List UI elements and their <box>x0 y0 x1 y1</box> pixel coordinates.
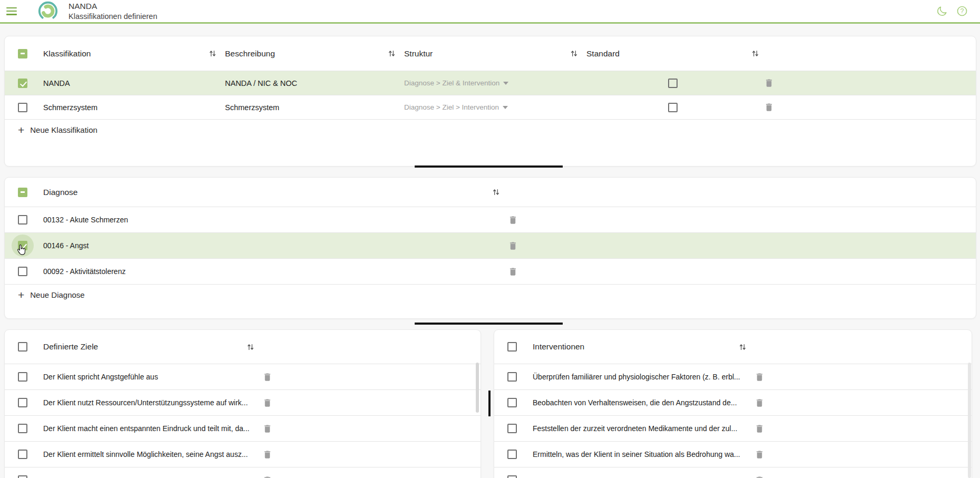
structure-select[interactable]: Diagnose > Ziel & Intervention <box>400 79 582 87</box>
column-header-klassifikation: Klassifikation <box>43 49 91 58</box>
trash-icon[interactable] <box>764 78 774 88</box>
trash-icon[interactable] <box>754 475 765 478</box>
classification-description: NANDA / NIC & NOC <box>221 79 400 87</box>
goal-row[interactable]: Der Klient macht einen entspannten Eindr… <box>5 415 481 441</box>
panel-splitter-handle[interactable] <box>415 323 563 325</box>
vertical-splitter-handle[interactable] <box>488 391 491 416</box>
standard-checkbox[interactable] <box>668 103 678 112</box>
trash-icon[interactable] <box>508 267 518 277</box>
sort-icon[interactable] <box>209 50 217 57</box>
goal-label: Der Klient macht einen entspannten Eindr… <box>39 424 262 433</box>
plus-icon: + <box>18 289 24 300</box>
trash-icon[interactable] <box>262 450 272 460</box>
trash-icon[interactable] <box>262 398 272 408</box>
row-checkbox[interactable] <box>18 79 27 88</box>
row-checkbox[interactable] <box>18 372 27 382</box>
caret-down-icon <box>503 82 508 85</box>
trash-icon[interactable] <box>508 241 518 251</box>
column-header-beschreibung: Beschreibung <box>225 49 275 58</box>
goal-row[interactable]: Der Klient ermittelt sinnvolle Möglichke… <box>5 441 481 467</box>
row-checkbox[interactable] <box>18 267 27 276</box>
trash-icon[interactable] <box>754 372 765 382</box>
goal-row-partial[interactable] <box>5 467 481 478</box>
add-diagnosis-button[interactable]: + Neue Diagnose <box>5 284 976 305</box>
goal-row[interactable]: Der Klient nutzt Ressourcen/Unterstützun… <box>5 389 481 415</box>
row-checkbox[interactable] <box>507 372 517 382</box>
intervention-label: Ermitteln, was der Klient in seiner Situ… <box>528 450 753 459</box>
add-classification-button[interactable]: + Neue Klassifikation <box>5 119 976 140</box>
select-all-classifications-checkbox[interactable] <box>18 49 27 58</box>
trash-icon[interactable] <box>754 450 765 460</box>
goal-label: Der Klient spricht Angstgefühle aus <box>39 373 262 381</box>
classification-row[interactable]: NANDA NANDA / NIC & NOC Diagnose > Ziel … <box>5 71 976 95</box>
diagnosis-header-row: Diagnose <box>5 178 976 207</box>
diagnosis-row[interactable]: 00132 - Akute Schmerzen <box>5 207 976 232</box>
row-checkbox[interactable] <box>18 398 27 407</box>
trash-icon[interactable] <box>754 424 765 434</box>
trash-icon[interactable] <box>262 475 272 478</box>
classification-description: Schmerzsystem <box>221 103 400 112</box>
goals-panel: Definierte Ziele Der Klient spricht Angs… <box>4 329 481 478</box>
row-checkbox[interactable] <box>18 241 27 250</box>
standard-checkbox[interactable] <box>668 79 678 88</box>
sort-icon[interactable] <box>570 50 578 57</box>
hamburger-icon <box>6 7 17 9</box>
goals-scrollbar-thumb[interactable] <box>476 363 479 413</box>
intervention-row[interactable]: Ermitteln, was der Klient in seiner Situ… <box>494 441 972 467</box>
sort-icon[interactable] <box>492 188 500 196</box>
goal-label: Der Klient nutzt Ressourcen/Unterstützun… <box>39 398 262 407</box>
diagnosis-panel: Diagnose 00132 - Akute Schmerzen 00146 -… <box>4 177 976 319</box>
diagnosis-row[interactable]: 00092 - Aktivitätstolerenz <box>5 258 976 284</box>
intervention-label: Überprüfen familiärer und physiologische… <box>528 373 753 381</box>
dark-mode-button[interactable] <box>936 5 948 17</box>
row-checkbox[interactable] <box>18 103 27 112</box>
interventions-title: Interventionen <box>533 342 584 352</box>
interventions-panel: Interventionen Überprüfen familiärer und… <box>494 329 972 478</box>
intervention-row[interactable]: Beobachten von Verhaltensweisen, die den… <box>494 389 972 415</box>
structure-select[interactable]: Diagnose > Ziel > Intervention <box>400 103 582 111</box>
app-header: NANDA Klassifikationen definieren ? <box>0 0 980 24</box>
app-logo-icon <box>37 0 59 22</box>
row-checkbox[interactable] <box>507 450 517 459</box>
trash-icon[interactable] <box>262 424 272 434</box>
select-all-interventions-checkbox[interactable] <box>507 342 517 352</box>
classification-header-row: Klassifikation Beschreibung Struktur Sta… <box>5 36 976 71</box>
intervention-row-partial[interactable] <box>494 467 972 478</box>
sort-icon[interactable] <box>247 343 254 351</box>
row-checkbox[interactable] <box>507 424 517 433</box>
interventions-scrollbar-thumb[interactable] <box>968 363 971 478</box>
row-checkbox[interactable] <box>18 215 27 225</box>
row-checkbox[interactable] <box>18 424 27 433</box>
classification-panel: Klassifikation Beschreibung Struktur Sta… <box>4 36 976 167</box>
add-classification-label: Neue Klassifikation <box>30 125 97 134</box>
trash-icon[interactable] <box>508 215 518 225</box>
help-button[interactable]: ? <box>956 5 968 17</box>
menu-button[interactable] <box>6 7 17 15</box>
trash-icon[interactable] <box>754 398 765 408</box>
classification-row[interactable]: Schmerzsystem Schmerzsystem Diagnose > Z… <box>5 95 976 119</box>
sort-icon[interactable] <box>739 343 747 351</box>
row-checkbox[interactable] <box>18 450 27 459</box>
goals-header-row: Definierte Ziele <box>5 330 481 364</box>
goals-title: Definierte Ziele <box>43 342 98 352</box>
classification-name: Schmerzsystem <box>39 103 221 112</box>
intervention-label: Beobachten von Verhaltensweisen, die den… <box>528 398 753 407</box>
sort-icon[interactable] <box>388 50 396 57</box>
diagnosis-row[interactable]: 00146 - Angst <box>5 232 976 258</box>
select-all-goals-checkbox[interactable] <box>18 342 27 352</box>
panel-splitter-handle[interactable] <box>415 165 563 168</box>
goal-row[interactable]: Der Klient spricht Angstgefühle aus <box>5 364 481 389</box>
row-checkbox[interactable] <box>507 398 517 407</box>
row-checkbox[interactable] <box>507 475 517 478</box>
caret-down-icon <box>503 106 508 109</box>
page-subtitle: Klassifikationen definieren <box>68 12 157 21</box>
trash-icon[interactable] <box>764 102 774 112</box>
intervention-row[interactable]: Feststellen der zurzeit verordneten Medi… <box>494 415 972 441</box>
trash-icon[interactable] <box>262 372 272 382</box>
select-all-diagnoses-checkbox[interactable] <box>18 188 27 197</box>
column-header-struktur: Struktur <box>404 49 433 58</box>
sort-icon[interactable] <box>751 50 759 57</box>
goal-label: Der Klient ermittelt sinnvolle Möglichke… <box>39 450 262 459</box>
intervention-row[interactable]: Überprüfen familiärer und physiologische… <box>494 364 972 389</box>
row-checkbox[interactable] <box>18 475 27 478</box>
